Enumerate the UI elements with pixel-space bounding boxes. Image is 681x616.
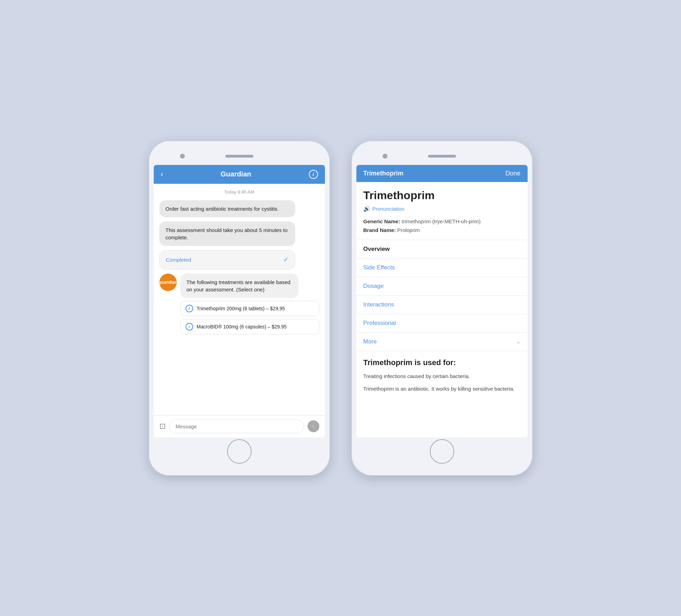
drug-names: Generic Name: trimethoprim (trye-METH-oh… <box>363 217 521 235</box>
camera-icon[interactable]: ⊡ <box>159 422 166 431</box>
treatments-intro: The following treatments are available b… <box>180 274 298 298</box>
treatment-option-1[interactable]: i Trimethoprim 200mg (6 tablets) – $29.9… <box>180 301 319 316</box>
left-phone-top <box>148 147 330 165</box>
done-button[interactable]: Done <box>505 170 520 177</box>
treatment-option-2[interactable]: i MacroBID® 100mg (6 capsules) – $29.95 <box>180 319 319 334</box>
back-button[interactable]: ‹ <box>161 170 163 179</box>
right-home-button[interactable] <box>430 439 454 464</box>
left-camera <box>180 154 185 159</box>
info-button[interactable]: i <box>309 170 318 179</box>
message-input[interactable] <box>169 420 304 433</box>
treatments-content: The following treatments are available b… <box>180 274 319 334</box>
nav-item-interactions[interactable]: Interactions <box>356 296 528 314</box>
drug-body: Trimethoprim 🔊 Pronunciation Generic Nam… <box>356 182 528 437</box>
drug-desc-title: Trimethoprim is used for: <box>363 358 521 367</box>
drug-title-section: Trimethoprim 🔊 Pronunciation Generic Nam… <box>356 182 528 240</box>
drug-desc-text-1: Treating infections caused by certain ba… <box>363 372 521 381</box>
right-phone-top <box>351 147 533 165</box>
nav-item-professional[interactable]: Professional <box>356 314 528 333</box>
nav-item-side-effects[interactable]: Side Effects <box>356 259 528 277</box>
chat-input-bar: ⊡ ↑ <box>154 415 325 437</box>
right-speaker <box>428 155 456 158</box>
treatments-row: guardian The following treatments are av… <box>159 274 319 334</box>
nav-side-effects-label: Side Effects <box>363 264 395 271</box>
left-speaker <box>225 155 253 158</box>
chat-header: ‹ Guardian i <box>154 165 325 184</box>
brand-name-row: Brand Name: Proloprim <box>363 226 521 235</box>
pronunciation-row: 🔊 Pronunciation <box>363 205 521 212</box>
right-phone-bottom <box>430 437 454 465</box>
phones-container: ‹ Guardian i Today 9:46 AM Order fast ac… <box>148 140 533 476</box>
right-camera <box>383 154 387 159</box>
generic-name-label: Generic Name: <box>363 218 400 224</box>
completed-label: Completed <box>166 256 191 263</box>
drug-desc-text-2: Trimethoprim is an antibiotic. It works … <box>363 385 521 393</box>
check-icon: ✓ <box>283 255 289 264</box>
nav-dosage-label: Dosage <box>363 283 384 290</box>
drug-header: Trimethoprim Done <box>356 165 528 182</box>
generic-name-value: trimethoprim (trye-METH-oh-prim) <box>402 218 481 224</box>
treatment-1-label: Trimethoprim 200mg (6 tablets) – $29.95 <box>197 306 285 311</box>
chat-bubble-1: Order fast acting antibiotic treatments … <box>159 200 295 217</box>
nav-interactions-label: Interactions <box>363 301 394 308</box>
nav-professional-label: Professional <box>363 320 396 327</box>
left-phone-bottom <box>227 437 252 465</box>
drug-header-title: Trimethoprim <box>363 170 404 177</box>
right-phone-screen: Trimethoprim Done Trimethoprim 🔊 Pronunc… <box>356 165 528 437</box>
left-phone: ‹ Guardian i Today 9:46 AM Order fast ac… <box>148 140 330 476</box>
guardian-avatar: guardian <box>159 274 177 291</box>
speaker-icon: 🔊 <box>363 205 370 212</box>
brand-name-label: Brand Name: <box>363 227 396 233</box>
left-phone-screen: ‹ Guardian i Today 9:46 AM Order fast ac… <box>154 165 325 437</box>
right-phone: Trimethoprim Done Trimethoprim 🔊 Pronunc… <box>351 140 533 476</box>
drug-main-title: Trimethoprim <box>363 189 521 202</box>
chat-title: Guardian <box>220 170 251 178</box>
send-button[interactable]: ↑ <box>307 420 319 432</box>
nav-overview-label: Overview <box>363 246 390 253</box>
treatment-2-label: MacroBID® 100mg (6 capsules) – $29.95 <box>197 324 287 329</box>
nav-item-overview[interactable]: Overview <box>356 240 528 259</box>
nav-more-label: More <box>363 338 377 345</box>
drug-description: Trimethoprim is used for: Treating infec… <box>356 351 528 403</box>
brand-name-value: Proloprim <box>397 227 420 233</box>
treatment-info-icon-2: i <box>186 323 193 331</box>
chevron-down-icon: ⌄ <box>516 338 521 345</box>
nav-item-more[interactable]: More ⌄ <box>356 333 528 351</box>
chat-body: Today 9:46 AM Order fast acting antibiot… <box>154 184 325 415</box>
generic-name-row: Generic Name: trimethoprim (trye-METH-oh… <box>363 217 521 226</box>
pronunciation-link[interactable]: Pronunciation <box>372 206 405 212</box>
chat-bubble-2: This assessment should take you about 5 … <box>159 222 295 246</box>
nav-item-dosage[interactable]: Dosage <box>356 277 528 296</box>
chat-timestamp: Today 9:46 AM <box>159 189 319 195</box>
completed-bubble[interactable]: Completed ✓ <box>159 250 295 269</box>
treatment-info-icon-1: i <box>186 305 193 312</box>
left-home-button[interactable] <box>227 439 252 464</box>
